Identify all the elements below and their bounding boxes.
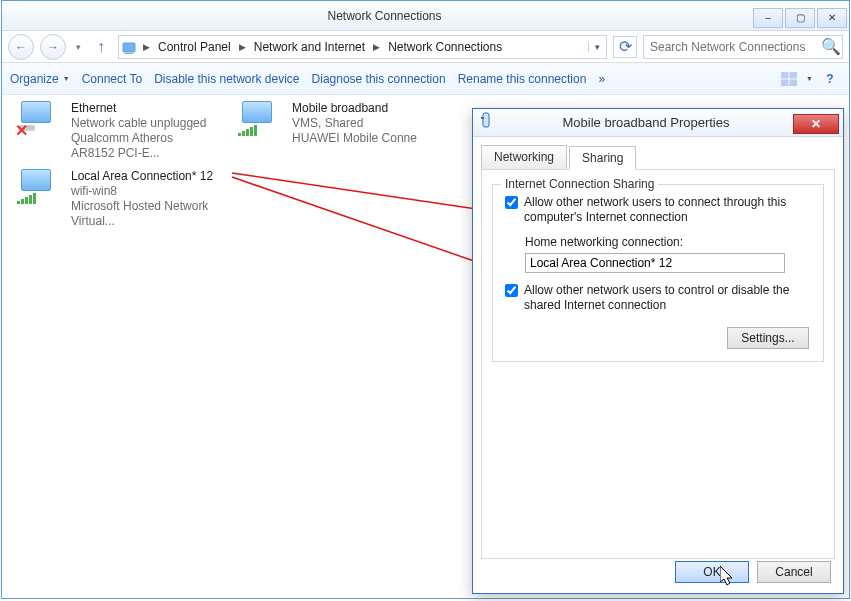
toolbar: Organize▼ Connect To Disable this networ…: [2, 63, 849, 95]
svg-rect-10: [483, 113, 489, 127]
connection-item-mobile-broadband[interactable]: Mobile broadband VMS, Shared HUAWEI Mobi…: [238, 101, 437, 161]
tab-panel-sharing: Internet Connection Sharing Allow other …: [481, 169, 835, 559]
window-title: Network Connections: [16, 9, 753, 23]
refresh-button[interactable]: ⟳: [613, 36, 637, 58]
svg-rect-11: [481, 117, 484, 119]
svg-rect-5: [790, 80, 797, 86]
dialog-title: Mobile broadband Properties: [499, 115, 793, 130]
chevron-right-icon: ▶: [141, 42, 152, 52]
breadcrumb[interactable]: ▶ Control Panel ▶ Network and Internet ▶…: [118, 35, 607, 59]
titlebar: Network Connections – ▢ ✕: [2, 1, 849, 31]
properties-dialog: Mobile broadband Properties ✕ Networking…: [472, 108, 844, 594]
dialog-titlebar[interactable]: Mobile broadband Properties ✕: [473, 109, 843, 137]
home-connection-select[interactable]: Local Area Connection* 12: [525, 253, 785, 273]
control-panel-icon: [119, 36, 141, 58]
connection-name: Ethernet: [71, 101, 216, 116]
disable-device-button[interactable]: Disable this network device: [154, 72, 299, 86]
search-icon[interactable]: 🔍: [820, 37, 842, 56]
allow-control-checkbox[interactable]: Allow other network users to control or …: [505, 283, 811, 313]
svg-rect-3: [790, 72, 797, 78]
view-options-button[interactable]: [778, 68, 800, 90]
ics-group-label: Internet Connection Sharing: [501, 177, 658, 191]
home-connection-label: Home networking connection:: [525, 235, 811, 249]
dialog-tabs: Networking Sharing: [473, 137, 843, 169]
cancel-button[interactable]: Cancel: [757, 561, 831, 583]
connect-to-button[interactable]: Connect To: [82, 72, 143, 86]
settings-button[interactable]: Settings...: [727, 327, 809, 349]
allow-connect-checkbox[interactable]: Allow other network users to connect thr…: [505, 195, 811, 225]
tab-networking[interactable]: Networking: [481, 145, 567, 169]
connection-status: VMS, Shared: [292, 116, 417, 131]
up-button[interactable]: ↑: [90, 36, 112, 58]
back-button[interactable]: ←: [8, 34, 34, 60]
breadcrumb-crumb[interactable]: Network and Internet: [248, 40, 371, 54]
tab-sharing[interactable]: Sharing: [569, 146, 636, 170]
svg-rect-2: [781, 72, 788, 78]
forward-button[interactable]: →: [40, 34, 66, 60]
allow-control-input[interactable]: [505, 284, 518, 297]
toolbar-overflow[interactable]: »: [598, 72, 605, 86]
local-area-icon: [17, 169, 61, 209]
mobile-icon: [238, 101, 282, 141]
breadcrumb-dropdown[interactable]: ▾: [588, 42, 606, 52]
connection-detail: Microsoft Hosted Network Virtual...: [71, 199, 227, 229]
connection-detail: HUAWEI Mobile Conne: [292, 131, 417, 146]
connection-detail: Qualcomm Atheros AR8152 PCI-E...: [71, 131, 216, 161]
connection-name: Local Area Connection* 12: [71, 169, 227, 184]
navbar: ← → ▾ ↑ ▶ Control Panel ▶ Network and In…: [2, 31, 849, 63]
window-close-button[interactable]: ✕: [817, 8, 847, 28]
connection-item-ethernet[interactable]: ✕ Ethernet Network cable unplugged Qualc…: [17, 101, 216, 161]
organize-menu[interactable]: Organize▼: [10, 72, 70, 86]
adapter-icon: [473, 111, 499, 135]
ok-button[interactable]: OK: [675, 561, 749, 583]
ics-group: Internet Connection Sharing Allow other …: [492, 184, 824, 362]
allow-connect-input[interactable]: [505, 196, 518, 209]
connection-status: Network cable unplugged: [71, 116, 216, 131]
chevron-right-icon: ▶: [237, 42, 248, 52]
window-minimize-button[interactable]: –: [753, 8, 783, 28]
connection-name: Mobile broadband: [292, 101, 417, 116]
history-dropdown[interactable]: ▾: [72, 42, 84, 52]
dialog-buttons: OK Cancel: [675, 561, 831, 583]
window-maximize-button[interactable]: ▢: [785, 8, 815, 28]
ethernet-icon: ✕: [17, 101, 61, 141]
diagnose-button[interactable]: Diagnose this connection: [312, 72, 446, 86]
view-dropdown[interactable]: ▼: [806, 75, 813, 82]
chevron-right-icon: ▶: [371, 42, 382, 52]
svg-rect-4: [781, 80, 788, 86]
svg-rect-1: [125, 53, 133, 54]
breadcrumb-crumb[interactable]: Control Panel: [152, 40, 237, 54]
search-box[interactable]: 🔍: [643, 35, 843, 59]
connection-item-local-area[interactable]: Local Area Connection* 12 wifi-win8 Micr…: [17, 169, 227, 229]
connection-status: wifi-win8: [71, 184, 227, 199]
search-input[interactable]: [644, 40, 820, 54]
rename-button[interactable]: Rename this connection: [458, 72, 587, 86]
dialog-close-button[interactable]: ✕: [793, 114, 839, 134]
help-button[interactable]: ?: [819, 68, 841, 90]
svg-rect-0: [123, 43, 135, 52]
breadcrumb-crumb[interactable]: Network Connections: [382, 40, 508, 54]
home-connection-value: Local Area Connection* 12: [530, 256, 672, 270]
